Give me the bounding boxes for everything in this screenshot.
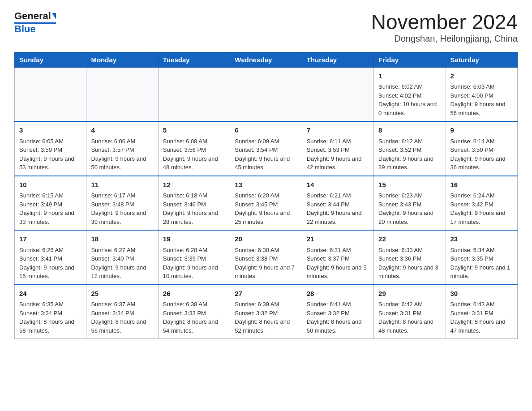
day-info: Sunset: 3:34 PM	[91, 309, 153, 318]
day-number: 8	[378, 125, 441, 136]
day-info: Daylight: 9 hours and 50 minutes.	[91, 154, 153, 172]
day-info: Sunrise: 6:20 AM	[235, 191, 297, 200]
day-info: Sunrise: 6:24 AM	[450, 191, 513, 200]
day-info: Sunrise: 6:41 AM	[307, 300, 369, 309]
day-info: Sunset: 3:39 PM	[163, 254, 225, 263]
day-info: Sunrise: 6:34 AM	[450, 246, 513, 255]
calendar-day-cell: 12Sunrise: 6:18 AMSunset: 3:46 PMDayligh…	[158, 176, 230, 231]
day-info: Sunset: 3:50 PM	[450, 146, 513, 154]
calendar-day-cell: 9Sunrise: 6:14 AMSunset: 3:50 PMDaylight…	[446, 121, 517, 176]
day-info: Daylight: 9 hours and 48 minutes.	[163, 154, 225, 172]
day-info: Sunset: 3:59 PM	[19, 146, 82, 154]
day-info: Sunset: 3:52 PM	[378, 146, 441, 154]
day-info: Sunset: 3:46 PM	[163, 200, 225, 209]
calendar-day-cell: 28Sunrise: 6:41 AMSunset: 3:32 PMDayligh…	[302, 285, 373, 339]
day-info: Daylight: 9 hours and 15 minutes.	[19, 263, 82, 281]
day-info: Sunset: 3:31 PM	[450, 309, 513, 318]
day-number: 25	[91, 289, 153, 299]
day-info: Sunrise: 6:39 AM	[235, 300, 297, 309]
day-info: Sunset: 3:49 PM	[19, 200, 82, 209]
day-info: Sunrise: 6:18 AM	[163, 191, 225, 200]
day-number: 17	[19, 234, 82, 244]
day-info: Sunset: 3:32 PM	[307, 309, 369, 318]
calendar-day-cell: 5Sunrise: 6:08 AMSunset: 3:56 PMDaylight…	[158, 121, 230, 176]
day-info: Daylight: 9 hours and 17 minutes.	[450, 209, 513, 226]
day-info: Sunrise: 6:12 AM	[378, 137, 441, 146]
calendar-day-cell: 20Sunrise: 6:30 AMSunset: 3:38 PMDayligh…	[230, 230, 302, 285]
day-info: Sunrise: 6:05 AM	[19, 137, 82, 146]
calendar-weekday-sunday: Sunday	[15, 52, 86, 67]
calendar-weekday-monday: Monday	[86, 52, 158, 67]
day-info: Sunset: 3:33 PM	[163, 309, 225, 318]
calendar-day-cell: 15Sunrise: 6:23 AMSunset: 3:43 PMDayligh…	[374, 176, 446, 231]
calendar-day-cell: 8Sunrise: 6:12 AMSunset: 3:52 PMDaylight…	[374, 121, 446, 176]
day-number: 18	[91, 234, 153, 244]
day-info: Daylight: 9 hours and 45 minutes.	[235, 154, 297, 172]
day-number: 1	[378, 71, 441, 81]
calendar-day-cell: 3Sunrise: 6:05 AMSunset: 3:59 PMDaylight…	[15, 121, 86, 176]
logo-triangle-icon	[52, 13, 56, 19]
day-info: Sunset: 3:32 PM	[235, 309, 297, 318]
calendar-day-cell: 10Sunrise: 6:15 AMSunset: 3:49 PMDayligh…	[15, 176, 86, 231]
day-info: Daylight: 9 hours and 28 minutes.	[163, 209, 225, 226]
day-info: Sunrise: 6:14 AM	[450, 137, 513, 146]
day-info: Sunrise: 6:23 AM	[378, 191, 441, 200]
day-number: 29	[378, 289, 441, 299]
day-info: Sunset: 3:45 PM	[235, 200, 297, 209]
day-number: 6	[235, 125, 297, 136]
day-number: 9	[450, 125, 513, 136]
calendar-weekday-saturday: Saturday	[446, 52, 517, 67]
calendar-day-cell: 24Sunrise: 6:35 AMSunset: 3:34 PMDayligh…	[15, 285, 86, 339]
day-info: Daylight: 9 hours and 20 minutes.	[378, 209, 441, 226]
day-number: 16	[450, 180, 513, 190]
day-number: 19	[163, 234, 225, 244]
day-info: Sunset: 3:40 PM	[91, 254, 153, 263]
calendar-day-cell: 16Sunrise: 6:24 AMSunset: 3:42 PMDayligh…	[446, 176, 517, 231]
calendar-day-cell: 25Sunrise: 6:37 AMSunset: 3:34 PMDayligh…	[86, 285, 158, 339]
day-number: 26	[163, 289, 225, 299]
day-info: Daylight: 10 hours and 0 minutes.	[378, 100, 441, 117]
day-info: Daylight: 9 hours and 3 minutes.	[378, 263, 441, 281]
calendar-day-cell: 23Sunrise: 6:34 AMSunset: 3:35 PMDayligh…	[446, 230, 517, 285]
day-info: Daylight: 9 hours and 1 minute.	[450, 263, 513, 281]
day-info: Sunrise: 6:35 AM	[19, 300, 82, 309]
day-info: Sunset: 3:54 PM	[235, 146, 297, 154]
day-info: Sunrise: 6:38 AM	[163, 300, 225, 309]
day-info: Sunrise: 6:02 AM	[378, 82, 441, 91]
calendar-day-cell: 21Sunrise: 6:31 AMSunset: 3:37 PMDayligh…	[302, 230, 373, 285]
day-info: Sunset: 3:44 PM	[307, 200, 369, 209]
day-info: Daylight: 9 hours and 7 minutes.	[235, 263, 297, 281]
calendar-day-cell: 18Sunrise: 6:27 AMSunset: 3:40 PMDayligh…	[86, 230, 158, 285]
day-info: Daylight: 9 hours and 42 minutes.	[307, 154, 369, 172]
day-info: Daylight: 9 hours and 5 minutes.	[307, 263, 369, 281]
day-info: Sunset: 4:02 PM	[378, 91, 441, 100]
logo-name1: General	[14, 11, 51, 21]
calendar-title: November 2024	[371, 11, 518, 34]
day-info: Sunrise: 6:33 AM	[378, 246, 441, 255]
day-number: 10	[19, 180, 82, 190]
calendar-day-cell: 2Sunrise: 6:03 AMSunset: 4:00 PMDaylight…	[446, 67, 517, 121]
day-number: 11	[91, 180, 153, 190]
title-block: November 2024 Dongshan, Heilongjiang, Ch…	[371, 11, 518, 44]
day-info: Daylight: 9 hours and 10 minutes.	[163, 263, 225, 281]
calendar-day-cell	[302, 67, 373, 121]
calendar-day-cell	[230, 67, 302, 121]
calendar-day-cell: 29Sunrise: 6:42 AMSunset: 3:31 PMDayligh…	[374, 285, 446, 339]
day-number: 30	[450, 289, 513, 299]
day-number: 13	[235, 180, 297, 190]
day-info: Sunrise: 6:30 AM	[235, 246, 297, 255]
day-number: 22	[378, 234, 441, 244]
day-number: 20	[235, 234, 297, 244]
day-info: Sunrise: 6:15 AM	[19, 191, 82, 200]
day-info: Sunrise: 6:11 AM	[307, 137, 369, 146]
day-info: Sunset: 3:43 PM	[378, 200, 441, 209]
day-info: Sunrise: 6:31 AM	[307, 246, 369, 255]
day-info: Sunset: 3:57 PM	[91, 146, 153, 154]
page-header: General Blue November 2024 Dongshan, Hei…	[14, 11, 518, 44]
calendar-day-cell: 4Sunrise: 6:06 AMSunset: 3:57 PMDaylight…	[86, 121, 158, 176]
day-number: 21	[307, 234, 369, 244]
day-info: Daylight: 9 hours and 33 minutes.	[19, 209, 82, 226]
day-info: Daylight: 9 hours and 56 minutes.	[450, 100, 513, 117]
calendar-week-row: 1Sunrise: 6:02 AMSunset: 4:02 PMDaylight…	[15, 67, 518, 121]
day-info: Sunset: 3:34 PM	[19, 309, 82, 318]
